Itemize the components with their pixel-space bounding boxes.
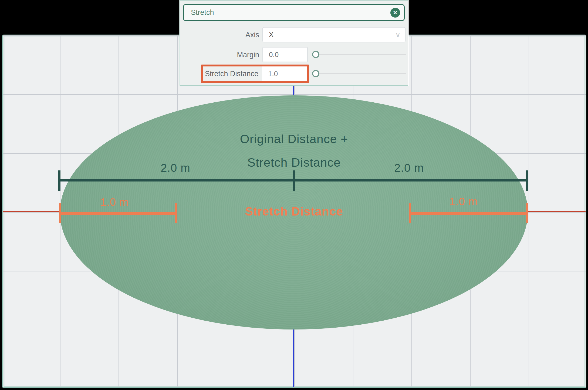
stretch-dimension-line-left — [60, 212, 177, 215]
total-distance-annotation-line1: Original Distance + — [240, 127, 348, 151]
total-distance-annotation-line2: Stretch Distance — [240, 151, 348, 174]
stretch-dimension-right-tick-b — [526, 203, 528, 223]
tool-title-bar: Stretch ✕ — [183, 4, 405, 21]
total-dimension-label-left: 2.0 m — [161, 162, 190, 174]
stretch-distance-highlight-box: Stretch Distance — [201, 65, 309, 83]
margin-label: Margin — [180, 51, 259, 59]
stretch-tool-panel: Stretch ✕ Axis X ∨ Margin Stretch Distan… — [180, 0, 408, 86]
axis-label: Axis — [180, 31, 259, 39]
stretch-dimension-label-left: 1.0 m — [100, 196, 129, 208]
margin-input[interactable] — [262, 47, 308, 62]
stretch-dimension-left-tick-b — [175, 203, 177, 223]
close-button[interactable]: ✕ — [390, 8, 400, 18]
axis-dropdown-value: X — [263, 31, 273, 39]
total-distance-annotation: Original Distance + Stretch Distance — [240, 127, 348, 174]
stretch-dimension-line-right — [410, 212, 528, 215]
total-dimension-tick-left — [58, 170, 60, 191]
stretch-distance-slider-track[interactable] — [316, 73, 406, 74]
stretch-dimension-left-tick-a — [59, 203, 61, 223]
axis-dropdown[interactable]: X ∨ — [262, 27, 405, 42]
margin-slider-handle[interactable] — [312, 51, 319, 58]
stretch-distance-annotation: Stretch Distance — [245, 205, 343, 218]
close-icon: ✕ — [393, 10, 398, 15]
viewport-canvas[interactable]: 2.0 m 2.0 m 1.0 m 1.0 m Stretch Distance… — [2, 35, 586, 388]
stretch-distance-label: Stretch Distance — [203, 70, 262, 78]
stretch-dimension-label-right: 1.0 m — [449, 196, 478, 208]
chevron-down-icon: ∨ — [395, 30, 401, 39]
total-dimension-tick-right — [526, 170, 528, 191]
stretch-distance-input[interactable] — [262, 66, 307, 81]
total-dimension-label-right: 2.0 m — [394, 162, 424, 174]
stretch-dimension-right-tick-a — [409, 203, 411, 223]
tool-title: Stretch — [184, 8, 214, 17]
margin-slider-track[interactable] — [316, 54, 406, 55]
stretch-distance-slider-handle[interactable] — [312, 70, 319, 77]
